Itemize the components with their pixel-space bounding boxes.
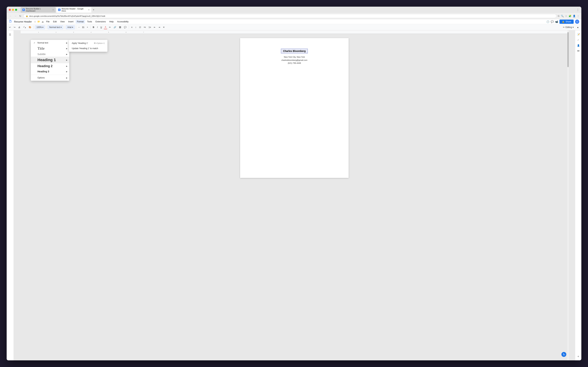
address-text: docs.google.com/document/d/1qlTa79Az88xn…: [29, 15, 105, 17]
paragraph-style-menu: ✓ Normal text ▶ Title ▶ Subtitle ▶ Headi…: [31, 40, 69, 81]
zoom-dropdown[interactable]: 100% ▾: [35, 25, 45, 29]
checklist-button[interactable]: ☑: [138, 25, 142, 29]
tab-close-1[interactable]: ✕: [52, 9, 54, 11]
new-tab-button[interactable]: +: [92, 8, 95, 11]
menu-file[interactable]: File: [45, 20, 51, 24]
increase-indent-button[interactable]: ⇥: [157, 25, 161, 29]
tab-title-2: Resume Header - Google Docs: [62, 8, 86, 12]
bold-button[interactable]: B: [92, 25, 95, 29]
paint-format-button[interactable]: 🎨: [28, 25, 32, 29]
heading1-label: Heading 1: [37, 58, 56, 62]
doc-header: Charles Bloomberg New York City, New Yor…: [251, 49, 294, 65]
menu-view[interactable]: View: [59, 20, 66, 24]
menu-edit[interactable]: Edit: [52, 20, 58, 24]
svg-text:5: 5: [108, 32, 109, 33]
menu-item-title[interactable]: Title ▶: [31, 45, 69, 52]
location-line: New York City, New York: [251, 56, 294, 59]
italic-button[interactable]: I: [96, 25, 99, 29]
minimize-button[interactable]: [12, 9, 14, 11]
tabs-container: R Resume Builder | Dashboard ✕ Resume He…: [21, 7, 294, 13]
apply-heading1-shortcut: ⌘+Option+1: [94, 42, 105, 44]
separator-6: [129, 25, 129, 29]
menu-help[interactable]: Help: [108, 20, 115, 24]
clear-format-button[interactable]: ✕: [162, 25, 166, 29]
close-button[interactable]: [9, 9, 11, 11]
tab-title-1: Resume Builder | Dashboard: [26, 8, 51, 12]
text-color-button[interactable]: A: [104, 25, 107, 29]
tab-resume-builder[interactable]: R Resume Builder | Dashboard ✕: [21, 7, 56, 13]
menu-extensions[interactable]: Extensions: [94, 20, 107, 24]
back-button[interactable]: ←: [9, 15, 12, 17]
options-label: Options: [37, 76, 45, 79]
doc-contact: New York City, New York charlesbloomberg…: [251, 56, 294, 65]
comment-button[interactable]: 💬: [123, 25, 128, 29]
title-arrow-icon: ▶: [66, 48, 68, 50]
menu-item-heading2[interactable]: Heading 2 ▶: [31, 63, 69, 69]
align-button[interactable]: ≡: [130, 25, 134, 29]
increase-font-button[interactable]: +: [86, 25, 89, 29]
line-spacing-button[interactable]: ↕: [134, 25, 137, 29]
decrease-font-button[interactable]: −: [77, 25, 81, 29]
author-name-badge: Charles Bloomberg: [281, 49, 294, 53]
title-label: Title: [37, 46, 45, 51]
refresh-button[interactable]: ↻: [18, 15, 22, 17]
submenu-apply-heading1[interactable]: Apply 'Heading 1' ⌘+Option+1: [69, 41, 107, 46]
image-button[interactable]: 🖼: [118, 25, 122, 29]
font-size-value: 11: [81, 26, 85, 28]
font-chevron-icon: ▾: [72, 26, 73, 28]
menu-divider: [31, 75, 69, 75]
tab-close-2[interactable]: ✕: [88, 9, 90, 11]
bullet-list-button[interactable]: •≡: [143, 25, 147, 29]
svg-text:3: 3: [73, 32, 74, 33]
font-dropdown[interactable]: Arial ▾: [66, 25, 75, 29]
menu-accessibility[interactable]: Accessibility: [116, 20, 130, 24]
heading2-label: Heading 2: [37, 64, 52, 68]
heading3-arrow-icon: ▶: [66, 71, 68, 73]
undo-button[interactable]: ↩: [8, 25, 12, 29]
folder-icon[interactable]: 📁: [37, 20, 40, 23]
link-button[interactable]: 🔗: [112, 25, 117, 29]
heading3-label: Heading 3: [37, 70, 49, 73]
author-name: Charles Bloomberg: [283, 50, 294, 52]
menu-item-heading3[interactable]: Heading 3 ▶: [31, 69, 69, 74]
separator-2: [46, 25, 46, 29]
menu-item-heading1[interactable]: Heading 1 ▶: [31, 57, 69, 63]
doc-title: Resume Header: [14, 20, 32, 23]
subtitle-arrow-icon: ▶: [66, 53, 68, 55]
docs-menu-bar: Resume Header ☆ 📁 ☁ File Edit View Inser…: [7, 19, 294, 24]
svg-text:7: 7: [143, 32, 144, 33]
phone-line: (621) 799-4448: [251, 62, 294, 65]
decrease-indent-button[interactable]: ⇤: [153, 25, 157, 29]
menu-format[interactable]: Format: [76, 20, 85, 24]
address-input[interactable]: 🔒 docs.google.com/document/d/1qlTa79Az88…: [24, 14, 294, 18]
paragraph-style-dropdown[interactable]: Normal text ▾: [48, 25, 63, 29]
menu-item-normal-text[interactable]: ✓ Normal text ▶: [31, 41, 69, 45]
underline-button[interactable]: U: [99, 25, 103, 29]
menu-item-options[interactable]: Options ▶: [31, 75, 69, 80]
menu-insert[interactable]: Insert: [67, 20, 75, 24]
menu-tools[interactable]: Tools: [86, 20, 94, 24]
options-arrow-icon: ▶: [66, 77, 68, 79]
svg-text:6: 6: [126, 32, 127, 33]
highlight-button[interactable]: ✏: [108, 25, 112, 29]
subtitle-label: Subtitle: [37, 53, 46, 56]
numbered-list-button[interactable]: 1≡: [147, 25, 152, 29]
doc-page: Charles Bloomberg New York City, New Yor…: [240, 38, 294, 178]
forward-button[interactable]: →: [14, 15, 17, 17]
outline-icon[interactable]: ☰: [8, 32, 13, 37]
print-button[interactable]: 🖨: [17, 25, 21, 29]
star-button[interactable]: ☆: [34, 20, 36, 23]
left-sidebar: ☰: [7, 30, 14, 184]
title-bar: R Resume Builder | Dashboard ✕ Resume He…: [7, 7, 294, 13]
email-line: charlesbloomberg@gmail.com: [251, 59, 294, 62]
maximize-button[interactable]: [15, 9, 17, 11]
apply-heading1-label: Apply 'Heading 1': [72, 42, 88, 44]
spell-check-button[interactable]: ✓a: [22, 25, 27, 29]
cloud-icon[interactable]: ☁: [41, 20, 44, 23]
zoom-chevron-icon: ▾: [42, 26, 43, 28]
tab-google-docs[interactable]: Resume Header - Google Docs ✕: [56, 7, 91, 13]
separator-3: [64, 25, 65, 29]
submenu-update-heading1[interactable]: Update 'Heading 1' to match: [69, 46, 107, 51]
redo-button[interactable]: ↪: [13, 25, 17, 29]
menu-item-subtitle[interactable]: Subtitle ▶: [31, 52, 69, 57]
